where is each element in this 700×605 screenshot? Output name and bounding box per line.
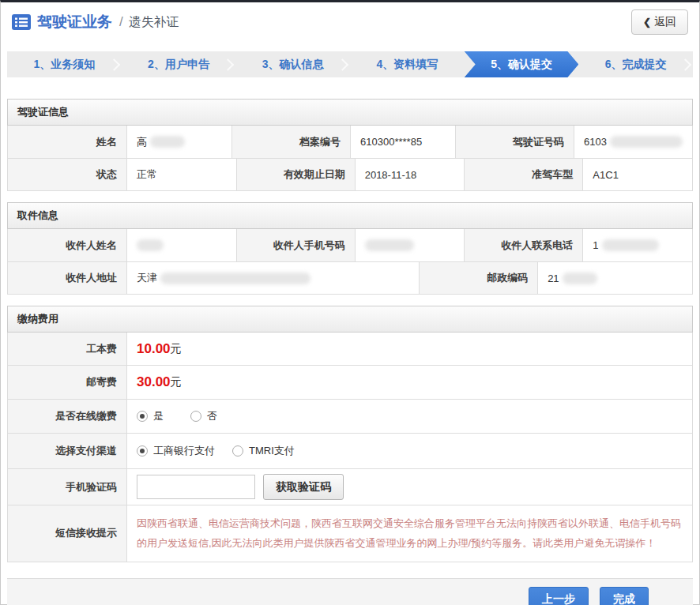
step-tab-1[interactable]: 1、业务须知 xyxy=(7,51,122,77)
payment-section: 缴纳费用 工本费 10.00元 邮寄费 30.00元 是否在线缴费 xyxy=(7,306,693,562)
radio-unchecked-icon[interactable] xyxy=(190,411,201,422)
table-row: 收件人地址 天津 邮政编码 21 xyxy=(8,261,692,294)
redacted-value xyxy=(160,272,310,284)
step-tab-2[interactable]: 2、用户申告 xyxy=(122,51,236,77)
previous-step-button[interactable]: 上一步 xyxy=(529,587,589,605)
post-fee-row: 邮寄费 30.00元 xyxy=(8,365,692,399)
get-captcha-button[interactable]: 获取验证码 xyxy=(263,474,344,500)
tmri-pay-option[interactable]: TMRI支付 xyxy=(232,444,295,458)
table-row: 姓名 高 档案编号 610300****85 驾驶证号码 6103 xyxy=(8,126,692,158)
redacted-value xyxy=(563,272,597,284)
step-tab-3[interactable]: 3、确认信息 xyxy=(235,51,350,77)
payment-section-title: 缴纳费用 xyxy=(7,306,693,333)
back-button-label: 返回 xyxy=(654,15,676,29)
table-row: 状态 正常 有效期止日期 2018-11-18 准驾车型 A1C1 xyxy=(8,158,692,190)
captcha-input[interactable] xyxy=(137,475,255,499)
recipient-address-value: 天津 xyxy=(126,262,419,294)
back-button[interactable]: ❮ 返回 xyxy=(631,9,688,35)
name-value: 高 xyxy=(126,126,231,158)
sms-notice-label: 短信接收提示 xyxy=(8,505,126,562)
finish-button[interactable]: 完成 xyxy=(600,587,649,605)
footer-action-bar: 上一步 完成 xyxy=(7,578,693,605)
pickup-section-title: 取件信息 xyxy=(7,202,693,229)
step-tab-4[interactable]: 4、资料填写 xyxy=(350,51,465,77)
page-subtitle: 遗失补证 xyxy=(129,14,179,31)
recipient-mobile-value xyxy=(355,229,465,261)
work-fee-unit: 元 xyxy=(171,342,182,356)
zip-code-value: 21 xyxy=(537,262,692,294)
license-section-title: 驾驶证信息 xyxy=(7,99,693,126)
online-pay-row: 是否在线缴费 是 否 xyxy=(8,399,692,433)
post-fee-amount: 30.00 xyxy=(137,374,171,390)
recipient-phone-value: 1 xyxy=(582,229,692,261)
redacted-value xyxy=(610,136,683,148)
recipient-mobile-label: 收件人手机号码 xyxy=(236,229,355,261)
redacted-value xyxy=(365,239,414,251)
name-label: 姓名 xyxy=(8,126,126,158)
pickup-info-section: 取件信息 收件人姓名 收件人手机号码 收件人联系电话 1 xyxy=(7,202,693,295)
radio-checked-icon[interactable] xyxy=(137,411,148,422)
step-tab-6[interactable]: 6、完成提交 xyxy=(578,51,693,77)
online-pay-options: 是 否 xyxy=(137,409,217,423)
file-number-label: 档案编号 xyxy=(231,126,350,158)
table-row: 收件人姓名 收件人手机号码 收件人联系电话 1 xyxy=(8,229,692,261)
work-fee-value: 10.00元 xyxy=(126,333,692,365)
status-label: 状态 xyxy=(8,159,126,190)
zip-code-label: 邮政编码 xyxy=(419,262,537,294)
back-arrow-icon: ❮ xyxy=(643,17,651,28)
step-tab-5-active[interactable]: 5、确认提交 xyxy=(465,51,579,77)
recipient-address-label: 收件人地址 xyxy=(8,262,126,294)
list-icon xyxy=(12,14,31,30)
redacted-value xyxy=(602,239,659,251)
post-fee-label: 邮寄费 xyxy=(8,366,126,399)
license-info-section: 驾驶证信息 姓名 高 档案编号 610300****85 驾驶证号码 6103 xyxy=(7,99,693,191)
sms-notice-text: 因陕西省联通、电信运营商技术问题，陕西省互联网交通安全综合服务管理平台无法向持陕… xyxy=(126,505,692,562)
license-number-value: 6103 xyxy=(574,126,692,158)
recipient-name-label: 收件人姓名 xyxy=(8,229,126,261)
recipient-phone-label: 收件人联系电话 xyxy=(464,229,582,261)
online-pay-no-option[interactable]: 否 xyxy=(190,409,217,423)
expiry-date-value: 2018-11-18 xyxy=(355,159,465,190)
vehicle-class-label: 准驾车型 xyxy=(464,159,582,190)
redacted-value xyxy=(150,136,185,148)
sms-notice-row: 短信接收提示 因陕西省联通、电信运营商技术问题，陕西省互联网交通安全综合服务管理… xyxy=(8,505,692,562)
captcha-label: 手机验证码 xyxy=(8,469,126,505)
work-fee-label: 工本费 xyxy=(8,333,126,365)
online-pay-yes-option[interactable]: 是 xyxy=(137,409,164,423)
pay-channel-options: 工商银行支付 TMRI支付 xyxy=(137,444,295,458)
breadcrumb-divider: / xyxy=(119,14,123,30)
icbc-pay-option[interactable]: 工商银行支付 xyxy=(137,444,215,458)
post-fee-unit: 元 xyxy=(171,375,182,389)
radio-checked-icon[interactable] xyxy=(137,445,148,457)
work-fee-amount: 10.00 xyxy=(137,341,171,357)
file-number-value: 610300****85 xyxy=(350,126,455,158)
page: 驾驶证业务 / 遗失补证 ❮ 返回 1、业务须知 2、用户申告 3、确认信息 4… xyxy=(0,0,700,605)
license-number-label: 驾驶证号码 xyxy=(455,126,574,158)
step-progress-bar: 1、业务须知 2、用户申告 3、确认信息 4、资料填写 5、确认提交 6、完成提… xyxy=(7,51,693,77)
radio-unchecked-icon[interactable] xyxy=(232,445,243,457)
status-value: 正常 xyxy=(126,159,236,190)
pay-channel-label: 选择支付渠道 xyxy=(8,434,126,468)
online-pay-label: 是否在线缴费 xyxy=(8,400,126,433)
page-header: 驾驶证业务 / 遗失补证 ❮ 返回 xyxy=(7,2,693,42)
redacted-value xyxy=(137,239,164,251)
pay-channel-row: 选择支付渠道 工商银行支付 TMRI支付 xyxy=(8,433,692,468)
recipient-name-value xyxy=(126,229,236,261)
work-fee-row: 工本费 10.00元 xyxy=(8,333,692,365)
captcha-row: 手机验证码 获取验证码 xyxy=(8,468,692,505)
page-title: 驾驶证业务 xyxy=(37,12,112,32)
post-fee-value: 30.00元 xyxy=(126,366,692,399)
vehicle-class-value: A1C1 xyxy=(582,159,692,190)
expiry-date-label: 有效期止日期 xyxy=(236,159,355,190)
